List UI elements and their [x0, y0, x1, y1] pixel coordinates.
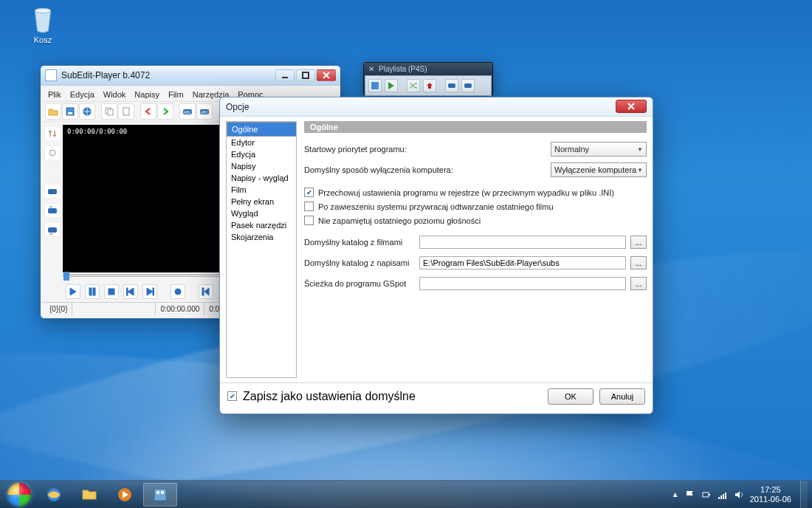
svg-text:ABC: ABC — [184, 110, 192, 114]
network-icon[interactable] — [718, 490, 728, 500]
cat-subs[interactable]: Napisy — [227, 160, 296, 172]
globe-icon[interactable] — [79, 103, 95, 120]
record-button[interactable] — [171, 284, 185, 299]
swap-ud-icon[interactable] — [44, 126, 61, 141]
priority-select[interactable]: Normalny▼ — [551, 142, 647, 157]
windows-orb-icon — [7, 483, 31, 507]
cancel-button[interactable]: Anuluj — [599, 388, 645, 405]
cat-assoc[interactable]: Skojarzenia — [227, 231, 296, 243]
paste-icon[interactable] — [118, 103, 134, 120]
pl-abc1-icon[interactable] — [445, 79, 458, 92]
svg-rect-17 — [93, 288, 95, 295]
abc1-icon[interactable]: ABC — [179, 103, 196, 120]
pl-up-icon[interactable] — [423, 79, 436, 92]
abc2-icon[interactable]: ABC — [196, 103, 213, 120]
path-gspot-input[interactable] — [419, 277, 626, 290]
playlist-window[interactable]: ✕ Playlista (P4S) — [363, 62, 493, 96]
svg-text:ABC: ABC — [201, 110, 209, 114]
cat-film[interactable]: Film — [227, 184, 296, 196]
menu-file[interactable]: Plik — [48, 90, 61, 99]
cat-editor[interactable]: Edytor — [227, 137, 296, 148]
step-fwd-button[interactable] — [142, 284, 157, 299]
svg-rect-36 — [723, 494, 724, 499]
path-movies-input[interactable] — [419, 236, 626, 249]
dialog-close-button[interactable] — [616, 100, 647, 113]
playlist-titlebar[interactable]: ✕ Playlista (P4S) — [364, 63, 492, 75]
minimize-button[interactable] — [275, 69, 295, 81]
power-icon[interactable] — [701, 490, 712, 500]
abc-side1-icon[interactable] — [44, 184, 61, 199]
browse-gspot-button[interactable]: ... — [630, 277, 647, 290]
abc-side2-icon[interactable] — [44, 203, 61, 218]
swap-lr-icon[interactable] — [44, 145, 61, 160]
svg-rect-25 — [448, 83, 455, 88]
pl-abc2-icon[interactable] — [461, 79, 475, 92]
path-gspot-label: Ścieżka do programu GSpot — [304, 279, 415, 288]
browse-subs-button[interactable]: ... — [630, 256, 647, 270]
browse-movies-button[interactable]: ... — [630, 236, 647, 249]
shutdown-select[interactable]: Wyłączenie komputera▼ — [551, 162, 647, 177]
cat-look[interactable]: Wygląd — [227, 207, 296, 219]
start-button[interactable] — [4, 483, 34, 507]
video-time-overlay: 0:00:00/0:00:00 — [67, 128, 127, 135]
clock-date: 2011-06-06 — [750, 495, 791, 504]
panel-header: Ogólne — [304, 121, 647, 133]
chk-save-default-label: Zapisz jako ustawienia domyślne — [243, 390, 416, 403]
cat-general[interactable]: Ogólne — [227, 122, 297, 137]
status-left: {0}{0} — [45, 303, 72, 315]
maximize-button[interactable] — [296, 69, 315, 81]
category-list[interactable]: Ogólne Edytor Edycja Napisy Napisy - wyg… — [226, 121, 297, 378]
task-subedit[interactable] — [143, 483, 177, 507]
pause-button[interactable] — [85, 284, 100, 299]
shutdown-label: Domyślny sposób wyłączenia komputera: — [304, 165, 546, 174]
player-titlebar[interactable]: SubEdit-Player b.4072 — [41, 66, 340, 85]
playlist-title-text: Playlista (P4S) — [379, 65, 427, 73]
open-icon[interactable] — [45, 103, 61, 120]
svg-rect-3 — [68, 112, 72, 114]
svg-rect-7 — [123, 108, 129, 115]
close-button[interactable] — [317, 69, 336, 81]
undo-icon[interactable] — [140, 103, 156, 120]
menu-view[interactable]: Widok — [103, 90, 126, 99]
task-ie[interactable] — [37, 483, 71, 507]
cat-subs-look[interactable]: Napisy - wygląd — [227, 172, 296, 184]
chk-registry-label: Przechowuj ustawienia programu w rejestr… — [318, 188, 614, 197]
svg-rect-35 — [720, 495, 722, 499]
tray-arrow-icon[interactable]: ▲ — [672, 490, 679, 498]
cat-toolbar[interactable]: Pasek narzędzi — [227, 219, 296, 231]
save-icon[interactable] — [62, 103, 78, 120]
clock[interactable]: 17:25 2011-06-06 — [750, 485, 791, 504]
desktop-recycle-bin[interactable]: Kosz — [21, 3, 65, 44]
cat-fullscreen[interactable]: Pełny ekran — [227, 196, 296, 207]
flag-icon[interactable] — [685, 490, 695, 500]
chk-save-default[interactable] — [227, 391, 237, 401]
abc-side3-icon[interactable] — [44, 222, 61, 237]
play-button[interactable] — [66, 284, 80, 299]
pl-save-icon[interactable] — [368, 79, 382, 92]
show-desktop-button[interactable] — [800, 481, 808, 509]
pl-play-icon[interactable] — [385, 79, 398, 92]
chk-registry[interactable] — [304, 188, 314, 197]
stop-button[interactable] — [104, 284, 119, 299]
menu-film[interactable]: Film — [168, 90, 184, 99]
chk-resume[interactable] — [304, 202, 314, 211]
playlist-close-icon[interactable]: ✕ — [367, 64, 376, 73]
menu-edit[interactable]: Edycja — [70, 90, 94, 99]
ok-button[interactable]: OK — [548, 388, 593, 405]
svg-rect-6 — [108, 109, 113, 115]
task-wmp[interactable] — [108, 483, 142, 507]
redo-icon[interactable] — [157, 103, 173, 120]
menu-subs[interactable]: Napisy — [134, 90, 159, 99]
copy-icon[interactable] — [101, 103, 117, 120]
task-explorer[interactable] — [72, 483, 106, 507]
options-dialog: Opcje Ogólne Edytor Edycja Napisy Napisy… — [219, 97, 653, 414]
cat-edit[interactable]: Edycja — [227, 148, 296, 160]
volume-icon[interactable] — [734, 490, 744, 500]
chk-resume-label: Po zawieszeniu systemu przywracaj odtwar… — [318, 202, 554, 211]
pl-shuffle-icon[interactable] — [407, 79, 420, 92]
prev-button[interactable] — [199, 284, 213, 299]
path-subs-input[interactable] — [419, 256, 626, 270]
dialog-titlebar[interactable]: Opcje — [220, 97, 653, 117]
step-back-button[interactable] — [123, 284, 138, 299]
chk-volume[interactable] — [304, 216, 314, 225]
